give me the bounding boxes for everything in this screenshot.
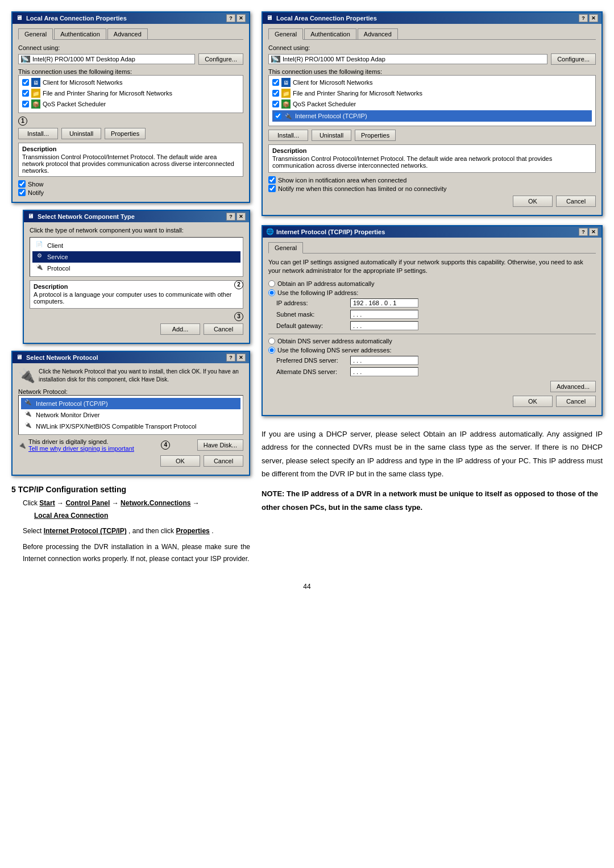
desc-label-snct: Description [34,283,239,290]
help-button-ip[interactable]: ? [579,228,588,236]
alternate-dns-value[interactable]: . . . [350,367,418,376]
configure-button-2[interactable]: Configure... [551,53,596,65]
driver-icon: 🔌 [18,442,26,449]
network-protocol-label: Network Protocol: [18,388,68,395]
titlebar-title-1: Local Area Connection Properties [26,15,127,22]
titlebar-title-ip: Internet Protocol (TCP/IP) Properties [276,229,385,235]
nwlink-label: NWLink IPX/SPX/NetBIOS Compatible Transp… [36,423,196,430]
titlebar-title-2: Local Area Connection Properties [276,15,377,22]
obtain-dns-auto-radio[interactable] [268,338,275,344]
snct-button-row: Add... Cancel [30,323,243,335]
snp-instruction: Click the Network Protocol that you want… [39,368,243,384]
default-gateway-row: Default gateway: . . . [276,321,596,330]
close-button-ip[interactable]: ✕ [589,228,598,236]
list-item-client[interactable]: 📄 Client [32,240,240,251]
show-checkbox-2[interactable] [268,176,276,184]
adapter-name-1: Intel(R) PRO/1000 MT Desktop Adap [32,56,135,63]
tab-advanced-2[interactable]: Advanced [358,28,398,39]
cancel-button-snct[interactable]: Cancel [204,323,243,335]
have-disk-button[interactable]: Have Disk... [197,439,243,451]
ok-button-2[interactable]: OK [513,196,553,207]
tab-auth-1[interactable]: Authentication [54,28,106,39]
instruction1-pre: Click [23,499,39,507]
item-qos-2: 📦 QoS Packet Scheduler [272,99,592,109]
ok-button-snp[interactable]: OK [160,455,200,467]
preferred-dns-value[interactable]: . . . [350,356,418,365]
cancel-button-2[interactable]: Cancel [556,196,596,207]
label-file-sharing-2: File and Printer Sharing for Microsoft N… [293,90,422,97]
ip-address-value[interactable]: 192 . 168 . 0 . 1 [350,298,418,308]
close-button-1[interactable]: ✕ [237,14,246,22]
driver-link[interactable]: Tell me why driver signing is important [28,445,134,452]
tab-general-1[interactable]: General [18,28,53,40]
service-label: Service [47,254,68,260]
snp-icon: 🔌 [18,368,35,384]
help-button-1[interactable]: ? [226,14,235,22]
checkbox-file-sharing-2[interactable] [272,90,279,97]
notify-checkbox-2[interactable] [268,185,276,192]
page-number: 44 [11,583,603,591]
tcp-ip-icon: 🔌 [23,399,32,408]
desc-box-2: Description Transmission Control Protoco… [268,144,596,173]
notify-checkbox-1[interactable] [18,189,26,196]
obtain-auto-radio[interactable] [268,280,275,287]
subnet-mask-value[interactable]: . . . [350,310,418,319]
arrow2: → [112,499,119,507]
help-button-snct[interactable]: ? [226,213,235,221]
help-button-snp[interactable]: ? [226,354,235,362]
list-item-service[interactable]: ⚙ Service [32,251,240,263]
close-button-2[interactable]: ✕ [589,14,598,22]
list-item-protocol[interactable]: 🔌 Protocol [32,263,240,274]
uninstall-button-2[interactable]: Uninstall [312,130,351,141]
list-item-nwlink[interactable]: 🔌 NWLink IPX/SPX/NetBIOS Compatible Tran… [21,421,240,432]
tcp-ip-label: Internet Protocol (TCP/IP) [36,400,108,407]
note-prefix: NOTE: [262,489,287,498]
desc-text-snct: A protocol is a language your computer u… [34,291,239,305]
show-checkbox-1[interactable] [18,180,26,188]
label-client-1: Client for Microsoft Networks [43,79,123,86]
properties-button-2[interactable]: Properties [355,130,396,141]
checkbox-qos-1[interactable] [22,101,29,107]
tab-general-ip[interactable]: General [268,242,303,254]
item-qos-1: 📦 QoS Packet Scheduler [22,99,239,109]
close-button-snct[interactable]: ✕ [237,213,246,221]
snp-button-row: OK Cancel [18,455,243,467]
icon-client-1: 🖥 [31,78,40,87]
checkbox-client-1[interactable] [22,79,29,86]
checkbox-qos-2[interactable] [272,101,279,107]
item-file-sharing-2: 📁 File and Printer Sharing for Microsoft… [272,89,592,98]
tab-auth-2[interactable]: Authentication [304,28,356,39]
use-dns-radio[interactable] [268,347,275,354]
default-gateway-label: Default gateway: [276,322,350,329]
protocol-label: Protocol [47,265,70,272]
checkbox-file-sharing-1[interactable] [22,90,29,97]
default-gateway-value[interactable]: . . . [350,321,418,330]
ok-cancel-row-2: OK Cancel [268,196,596,207]
install-button-1[interactable]: Install... [18,128,58,139]
checkbox-tcp-ip-2[interactable] [275,113,281,119]
use-following-radio[interactable] [268,289,275,296]
help-button-2[interactable]: ? [579,14,588,22]
add-button-snct[interactable]: Add... [160,323,200,335]
configure-button-1[interactable]: Configure... [198,53,243,65]
cancel-button-ip[interactable]: Cancel [556,396,596,407]
list-item-monitor-driver[interactable]: 🔌 Network Monitor Driver [21,409,240,421]
list-item-tcp-ip[interactable]: 🔌 Internet Protocol (TCP/IP) [21,398,240,409]
tab-general-2[interactable]: General [268,28,303,40]
tab-advanced-1[interactable]: Advanced [107,28,148,39]
notify-label-1: Notify [28,189,44,196]
service-icon: ⚙ [35,252,44,261]
obtain-dns-auto-label: Obtain DNS server address automatically [277,338,392,344]
checkbox-client-2[interactable] [272,79,279,86]
ok-button-ip[interactable]: OK [513,396,553,407]
titlebar-1: 🖥 Local Area Connection Properties ? ✕ [13,13,249,24]
monitor-driver-icon: 🔌 [23,410,32,420]
close-button-snp[interactable]: ✕ [237,354,246,362]
uninstall-button-1[interactable]: Uninstall [61,128,101,139]
cancel-button-snp[interactable]: Cancel [204,455,243,467]
connection-items-label-2: This connection uses the following items… [268,68,382,75]
install-button-2[interactable]: Install... [268,130,308,141]
properties-button-1[interactable]: Properties [105,128,146,139]
advanced-button-ip[interactable]: Advanced... [550,381,596,392]
item-file-sharing-1: 📁 File and Printer Sharing for Microsoft… [22,89,239,98]
